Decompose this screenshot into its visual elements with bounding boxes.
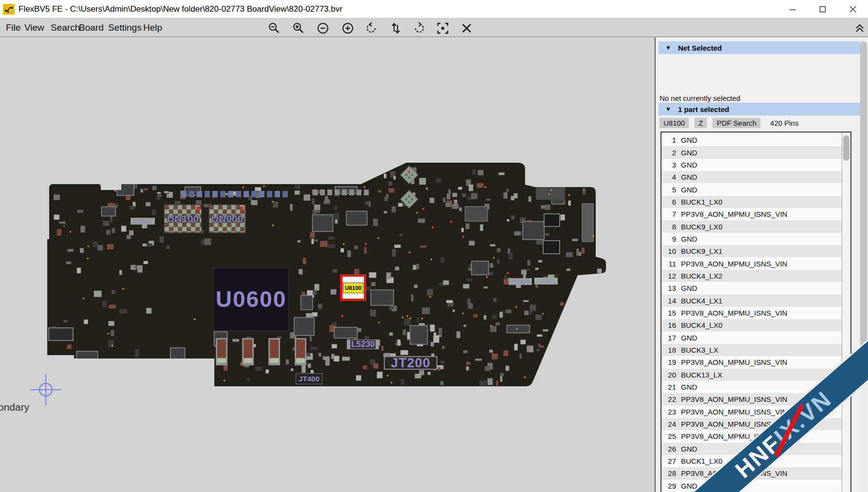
highlighted-part-u8100[interactable]: U8100 — [340, 274, 366, 301]
pin-row[interactable]: 16BUCK4_LX0 — [661, 319, 842, 331]
pin-number: 14 — [661, 297, 676, 305]
pin-number: 13 — [661, 284, 676, 292]
net-selected-title: Net Selected — [678, 44, 722, 52]
part-selected-header[interactable]: ▼ 1 part selected — [659, 103, 861, 115]
menu-settings[interactable]: Settings — [106, 19, 144, 37]
pin-number: 4 — [661, 173, 676, 181]
pin-net-name: BUCK1_LX0 — [681, 457, 722, 465]
pin-net-name: GND — [681, 161, 697, 169]
panel-scrollbar[interactable] — [860, 40, 867, 491]
pin-number: 27 — [661, 457, 676, 465]
pin-row[interactable]: 4GND — [661, 171, 842, 183]
pin-number: 3 — [661, 161, 676, 169]
menu-view[interactable]: View — [22, 19, 46, 37]
pin-net-name: BUCK9_LX1 — [681, 247, 722, 255]
flip-vertical-icon[interactable] — [389, 22, 402, 35]
pin-number: 7 — [661, 210, 676, 218]
menu-bar: FileViewSearchBoardSettingsHelp — [0, 19, 868, 37]
pin-row[interactable]: 20BUCK13_LX — [661, 369, 842, 381]
maximize-button[interactable] — [808, 0, 838, 19]
pin-row[interactable]: 10BUCK9_LX1 — [661, 245, 842, 257]
net-selected-body: No net currently selected — [660, 94, 740, 102]
minimize-button[interactable] — [777, 0, 808, 19]
pin-number: 20 — [661, 371, 676, 379]
pin-number: 15 — [661, 309, 676, 317]
board-label-un100: UN100 — [164, 204, 202, 233]
part-ref-button[interactable]: U8100 — [660, 118, 689, 128]
rotate-cw-icon[interactable] — [413, 22, 425, 35]
origin-crosshair-icon — [23, 367, 68, 412]
pin-net-name: PP3V8_AON_MPMU_ISNS_VIN — [681, 210, 787, 218]
pin-number: 1 — [661, 136, 676, 144]
board-label-u0600: U0600 — [213, 267, 289, 331]
pin-row[interactable]: 15PP3V8_AON_MPMU_ISNS_VIN — [661, 307, 842, 319]
pin-number: 25 — [661, 432, 676, 440]
menu-help[interactable]: Help — [141, 19, 164, 37]
pin-row[interactable]: 3GND — [661, 159, 842, 171]
panel-scrollbar-thumb[interactable] — [860, 41, 867, 348]
zoom-in-icon[interactable] — [292, 22, 305, 35]
pin-row[interactable]: 8BUCK9_LX0 — [661, 220, 842, 232]
pin-number: 8 — [661, 223, 676, 231]
rotate-ccw-icon[interactable] — [365, 22, 378, 35]
pin-net-name: PP3V8_AON_MPMU_ISNS_VIN — [681, 358, 787, 366]
pin-number: 2 — [661, 149, 676, 157]
pin-number: 24 — [661, 420, 676, 428]
pin-number: 12 — [661, 272, 676, 280]
zoom-out-icon[interactable] — [268, 22, 281, 35]
pin-net-name: BUCK1_LX0 — [681, 198, 722, 206]
close-x-icon[interactable] — [460, 22, 473, 35]
pin-number: 29 — [661, 482, 676, 490]
pin-net-name: PP3V8_AON_MPMU_ISNS_VIN — [681, 309, 787, 317]
circle-plus-icon[interactable] — [341, 22, 354, 35]
pin-row[interactable]: 13GND — [661, 282, 842, 294]
close-button[interactable] — [838, 0, 868, 19]
pin-row[interactable]: 6BUCK1_LX0 — [661, 196, 842, 208]
collapse-panel-icon[interactable] — [854, 23, 865, 34]
pin-row[interactable]: 19PP3V8_AON_MPMU_ISNS_VIN — [661, 356, 842, 368]
pin-row[interactable]: 7PP3V8_AON_MPMU_ISNS_VIN — [661, 208, 842, 220]
pin-row[interactable]: 9GND — [661, 233, 842, 245]
pin-number: 18 — [661, 346, 676, 354]
pin-net-name: GND — [681, 186, 697, 194]
pin-list-scrollbar[interactable] — [842, 132, 850, 492]
pin-number: 21 — [661, 383, 676, 391]
board-canvas[interactable]: U0600UN100UN000CC240L5230JT200JT400CF800… — [0, 38, 655, 492]
pdf-search-button[interactable]: PDF Search — [713, 118, 760, 128]
pin-number: 26 — [661, 445, 676, 453]
pin-net-name: PP3V8_AON_MPMU_ISNS_VIN — [681, 408, 787, 416]
pin-net-name: GND — [681, 334, 697, 342]
net-selected-header[interactable]: ▼ Net Selected — [659, 41, 861, 54]
pin-row[interactable]: 5GND — [661, 183, 842, 195]
pin-number: 16 — [661, 321, 676, 329]
pin-number: 9 — [661, 235, 676, 243]
pin-net-name: GND — [681, 445, 697, 453]
pin-net-name: GND — [681, 149, 697, 157]
pin-row[interactable]: 14BUCK4_LX1 — [661, 294, 842, 306]
pin-row[interactable]: 17GND — [661, 332, 842, 344]
pin-net-name: BUCK4_LX1 — [681, 297, 722, 305]
menu-board[interactable]: Board — [77, 19, 106, 37]
pin-number: 17 — [661, 334, 676, 342]
menu-file[interactable]: File — [4, 19, 23, 37]
pin-net-name: GND — [681, 482, 697, 490]
pin-net-name: BUCK4_LX0 — [681, 321, 722, 329]
pin-row[interactable]: 18BUCK3_LX — [661, 344, 842, 356]
pin-row[interactable]: 2GND — [661, 146, 842, 158]
pin-net-name: GND — [681, 284, 697, 292]
part-selected-title: 1 part selected — [678, 105, 729, 114]
collapse-triangle-icon: ▼ — [665, 44, 671, 51]
board-label-cc240: CC240 — [131, 218, 155, 225]
z-button[interactable]: Z — [695, 118, 707, 128]
pin-row[interactable]: 12BUCK4_LX2 — [661, 270, 842, 282]
pin-row[interactable]: 1GND — [661, 134, 842, 146]
pin-list-scrollbar-thumb[interactable] — [843, 135, 849, 161]
pin-row[interactable]: 11PP3V8_AON_MPMU_ISNS_VIN — [661, 257, 842, 269]
collapse-triangle-icon: ▼ — [665, 106, 671, 113]
pin-net-name: BUCK9_LX0 — [681, 223, 722, 231]
focus-target-icon[interactable] — [436, 22, 449, 35]
pins-count-label: 420 Pins — [770, 119, 798, 127]
pin-net-name: BUCK3_LX — [681, 346, 718, 354]
circle-minus-icon[interactable] — [317, 22, 329, 35]
pin-number: 11 — [661, 260, 676, 268]
